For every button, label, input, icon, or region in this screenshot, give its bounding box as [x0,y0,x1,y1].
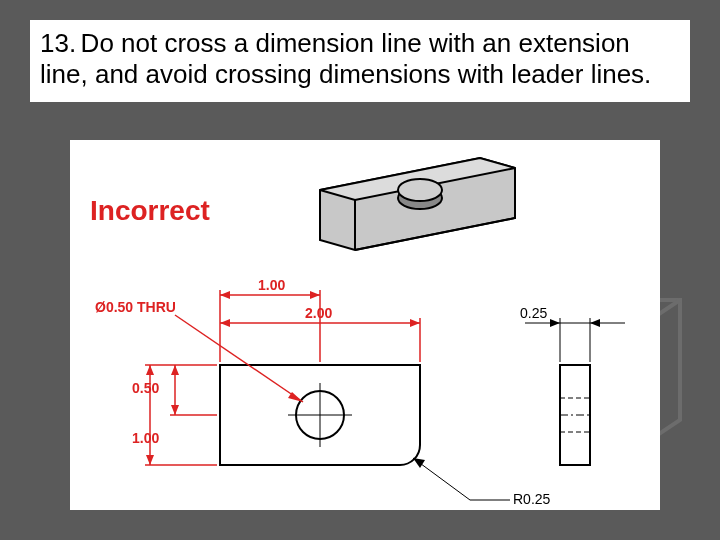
isometric-block [320,158,515,250]
svg-marker-27 [146,365,154,375]
figure-panel: Incorrect [70,140,660,510]
dim-width-2: 2.00 [305,305,332,321]
dim-thru: Ø0.50 THRU [95,299,176,315]
svg-marker-24 [171,365,179,375]
svg-marker-25 [171,405,179,415]
dim-height-2: 1.00 [132,430,159,446]
svg-marker-28 [146,455,154,465]
dim-height-1: 0.50 [132,380,159,396]
side-view [560,365,590,465]
svg-marker-34 [550,319,560,327]
black-dimensions: 0.25 R0.25 [413,305,625,507]
svg-point-1 [398,179,442,201]
svg-marker-16 [310,291,320,299]
svg-marker-18 [220,319,230,327]
svg-marker-15 [220,291,230,299]
red-dimensions: 1.00 2.00 0.50 1.00 Ø0.50 THRU [95,277,420,465]
dim-width-1: 1.00 [258,277,285,293]
rule-text: Do not cross a dimension line with an ex… [40,28,651,89]
dim-radius: R0.25 [513,491,551,507]
rule-heading: 13. Do not cross a dimension line with a… [30,20,690,102]
technical-drawing: 1.00 2.00 0.50 1.00 Ø0.50 THRU [70,140,660,510]
rule-number: 13. [40,28,76,58]
front-view [220,365,422,467]
svg-marker-35 [590,319,600,327]
dim-thickness: 0.25 [520,305,547,321]
svg-line-29 [175,315,303,402]
svg-marker-19 [410,319,420,327]
